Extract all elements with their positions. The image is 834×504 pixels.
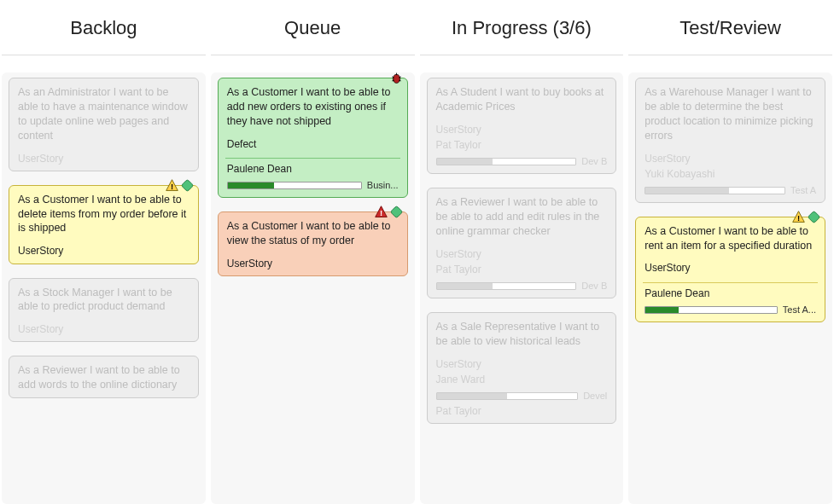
progress-bar xyxy=(436,392,579,400)
card[interactable]: As a Reviewer I want to be able to add w… xyxy=(9,356,199,398)
column-header: Test/Review xyxy=(628,0,832,55)
card-type: UserStory xyxy=(436,247,608,261)
progress-row: Devel xyxy=(436,390,608,403)
card-type: UserStory xyxy=(227,257,399,270)
link-icon xyxy=(389,205,404,219)
column-header: In Progress (3/6) xyxy=(420,0,624,55)
card-owner: Paulene Dean xyxy=(227,162,399,176)
card-badges: ! xyxy=(165,178,195,193)
svg-rect-11 xyxy=(390,206,402,217)
svg-text:!: ! xyxy=(797,213,800,222)
card[interactable]: ! As a Customer I want to be able to ren… xyxy=(635,217,825,322)
column-in-progress: In Progress (3/6) As A Student I want to… xyxy=(420,0,624,504)
card-type: UserStory xyxy=(436,357,608,371)
column-test-review: Test/Review As a Warehouse Manager I wan… xyxy=(628,0,832,504)
column-body: As an Administrator I want to be able to… xyxy=(2,72,206,504)
card-type: UserStory xyxy=(644,261,816,275)
column-header: Backlog xyxy=(2,0,206,55)
card[interactable]: ! As a Customer I want to be able to del… xyxy=(9,185,199,264)
progress-bar xyxy=(227,182,362,189)
progress-bar xyxy=(644,306,778,314)
card-type: UserStory xyxy=(644,152,816,165)
card-text: As a Customer I want to be able to delet… xyxy=(18,193,190,236)
card-text: As a Reviewer I want to be able to be ab… xyxy=(436,195,608,239)
divider xyxy=(643,282,818,283)
card-badges: ! xyxy=(791,210,821,224)
progress-row: Busin... xyxy=(227,179,399,192)
card-type: UserStory xyxy=(436,123,608,136)
card-owner: Pat Taylor xyxy=(436,263,608,276)
card-text: As a Warehouse Manager I want to be able… xyxy=(644,85,816,143)
card-text: As A Student I want to buy books at Acad… xyxy=(436,85,608,114)
progress-row: Test A... xyxy=(644,304,816,316)
card-text: As a Customer I want to be able to add n… xyxy=(227,85,399,129)
progress-bar xyxy=(436,158,577,165)
warning-icon: ! xyxy=(165,178,179,193)
card-type: Defect xyxy=(227,137,399,151)
card-tag: Dev B xyxy=(581,280,607,293)
card-text: As a Customer I want to be able to view … xyxy=(227,219,399,248)
card[interactable]: As A Student I want to buy books at Acad… xyxy=(427,78,617,174)
card[interactable]: As a Warehouse Manager I want to be able… xyxy=(635,78,825,203)
card-tag: Test A xyxy=(790,184,816,197)
kanban-board: Backlog As an Administrator I want to be… xyxy=(0,0,834,504)
card-text: As a Customer I want to be able to rent … xyxy=(644,224,816,253)
card[interactable]: ! As a Customer I want to be able to vie… xyxy=(218,211,408,276)
svg-rect-14 xyxy=(808,211,819,223)
card-tag: Devel xyxy=(583,390,607,403)
link-icon xyxy=(807,210,821,224)
svg-rect-2 xyxy=(181,179,193,191)
progress-bar xyxy=(644,187,785,194)
card-type: UserStory xyxy=(18,152,190,165)
card-tag: Busin... xyxy=(367,179,399,192)
progress-bar xyxy=(436,282,577,290)
column-body: As A Student I want to buy books at Acad… xyxy=(420,72,624,504)
link-icon xyxy=(180,178,195,193)
card-owner: Jane Ward xyxy=(436,373,608,386)
card-text: As a Stock Manager I want to be able to … xyxy=(18,286,190,315)
card[interactable]: As a Stock Manager I want to be able to … xyxy=(9,278,199,343)
card-tag: Test A... xyxy=(783,304,816,316)
progress-row: Dev B xyxy=(436,280,608,293)
card-type: UserStory xyxy=(18,322,190,336)
svg-text:!: ! xyxy=(171,182,173,190)
warning-icon: ! xyxy=(791,210,806,224)
card-text: As a Reviewer I want to be able to add w… xyxy=(18,363,190,392)
card-owner-2: Pat Taylor xyxy=(436,404,608,418)
card[interactable]: As a Reviewer I want to be able to be ab… xyxy=(427,188,617,298)
column-backlog: Backlog As an Administrator I want to be… xyxy=(2,0,206,504)
card-type: UserStory xyxy=(18,244,190,258)
card[interactable]: As an Administrator I want to be able to… xyxy=(9,78,199,171)
card-owner: Yuki Kobayashi xyxy=(644,167,816,181)
card-owner: Pat Taylor xyxy=(436,138,608,152)
column-header: Queue xyxy=(211,0,415,55)
card-badges: ! xyxy=(374,205,404,219)
card-tag: Dev B xyxy=(581,155,607,168)
svg-text:!: ! xyxy=(379,209,382,217)
card[interactable]: As a Customer I want to be able to add n… xyxy=(218,78,408,198)
card-text: As an Administrator I want to be able to… xyxy=(18,85,190,143)
column-queue: Queue As a Customer I want to be able to… xyxy=(211,0,415,504)
alert-icon: ! xyxy=(374,205,388,219)
progress-row: Test A xyxy=(644,184,816,197)
card[interactable]: As a Sale Representative I want to be ab… xyxy=(427,312,617,424)
column-body: As a Warehouse Manager I want to be able… xyxy=(628,72,832,504)
bug-icon xyxy=(389,72,404,85)
progress-row: Dev B xyxy=(436,155,608,168)
card-badges xyxy=(389,72,404,85)
card-text: As a Sale Representative I want to be ab… xyxy=(436,320,608,349)
card-owner: Paulene Dean xyxy=(644,287,816,300)
divider xyxy=(225,158,400,159)
svg-point-3 xyxy=(393,74,400,83)
column-body: As a Customer I want to be able to add n… xyxy=(211,72,415,504)
